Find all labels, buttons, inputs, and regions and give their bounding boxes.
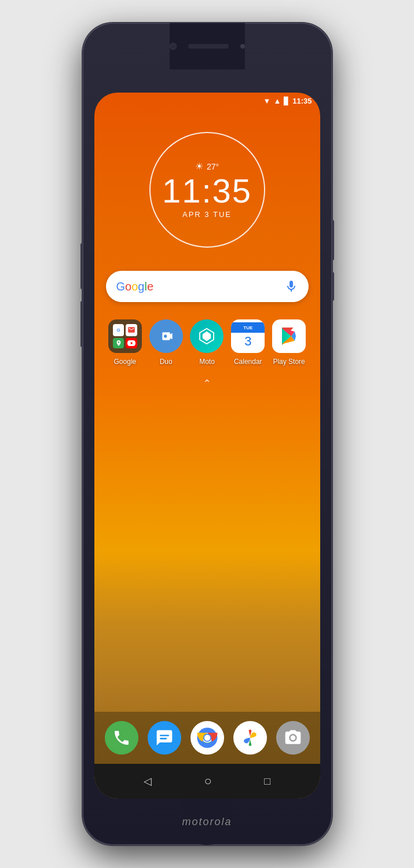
clock-time: 11:35 [162, 174, 252, 208]
maps-app-icon [113, 338, 124, 349]
clock-widget: ☀ 27° 11:35 APR 3 TUE [94, 132, 320, 248]
dock-item-chrome[interactable] [190, 721, 224, 755]
back-button[interactable]: ◁ [144, 775, 152, 788]
dock-item-photos[interactable] [233, 721, 267, 755]
moto-icon [190, 319, 224, 353]
clock-date: APR 3 TUE [182, 210, 232, 219]
app-item-duo[interactable]: Duo [148, 319, 185, 366]
dock-item-camera[interactable] [276, 721, 310, 755]
bottom-bezel: motorola [182, 799, 232, 845]
chrome-dock-icon [190, 721, 224, 755]
playstore-icon [272, 319, 306, 353]
app-drawer-handle[interactable]: ⌃ [94, 377, 320, 390]
clock-circle: ☀ 27° 11:35 APR 3 TUE [149, 132, 265, 248]
app-label-moto: Moto [199, 358, 215, 366]
google-logo: Google [116, 280, 154, 293]
mic-icon[interactable] [284, 279, 298, 293]
home-button[interactable]: ○ [204, 774, 211, 789]
app-item-calendar[interactable]: TUE 3 Calendar [229, 319, 266, 366]
calendar-icon: TUE 3 [231, 319, 265, 353]
app-label-duo: Duo [160, 358, 173, 366]
volume-up-button[interactable] [80, 243, 83, 289]
home-screen: ▼ ▲ ▊ 11:35 ☀ 27° 11:35 APR 3 TUE [94, 93, 320, 799]
youtube-app-icon [126, 338, 137, 349]
svg-point-1 [164, 334, 167, 337]
phone-dock-icon [105, 721, 138, 755]
photos-dock-icon [233, 721, 267, 755]
dock-item-messages[interactable] [148, 721, 181, 755]
google-folder-icon: G [108, 319, 142, 353]
signal-icon: ▲ [273, 97, 281, 105]
camera-dock-icon [276, 721, 310, 755]
dock [94, 712, 320, 764]
app-item-playstore[interactable]: Play Store [270, 319, 307, 366]
calendar-day: 3 [244, 335, 251, 348]
app-icons-row: G [100, 319, 314, 366]
navigation-bar: ◁ ○ □ [94, 764, 320, 799]
phone-screen: ▼ ▲ ▊ 11:35 ☀ 27° 11:35 APR 3 TUE [94, 93, 320, 799]
app-item-moto[interactable]: Moto [188, 319, 225, 366]
calendar-weekday: TUE [243, 325, 252, 330]
temperature: 27° [207, 162, 219, 171]
up-arrow-icon: ⌃ [203, 378, 211, 389]
dock-item-phone[interactable] [105, 721, 138, 755]
recents-button[interactable]: □ [264, 775, 270, 788]
duo-icon [149, 319, 183, 353]
battery-icon: ▊ [284, 97, 290, 105]
app-item-google[interactable]: G [107, 319, 144, 366]
phone-device: ▼ ▲ ▊ 11:35 ☀ 27° 11:35 APR 3 TUE [83, 23, 332, 845]
front-camera [170, 43, 177, 50]
top-bezel [170, 23, 245, 69]
flash-sensor [240, 44, 245, 49]
volume-down-button[interactable] [80, 301, 83, 347]
app-label-playstore: Play Store [273, 358, 305, 366]
gmail-app-icon [126, 324, 137, 336]
google-search-bar[interactable]: Google [106, 271, 309, 302]
sun-icon: ☀ [195, 161, 203, 172]
app-label-google: Google [114, 358, 137, 366]
status-bar: ▼ ▲ ▊ 11:35 [94, 93, 320, 109]
speaker [188, 44, 229, 49]
wifi-icon: ▼ [263, 97, 271, 105]
motorola-logo: motorola [182, 816, 232, 828]
google-app-icon: G [113, 324, 124, 336]
app-label-calendar: Calendar [234, 358, 262, 366]
svg-point-5 [204, 735, 210, 741]
weather-line: ☀ 27° [195, 161, 219, 172]
status-time: 11:35 [292, 97, 312, 105]
messages-dock-icon [148, 721, 181, 755]
